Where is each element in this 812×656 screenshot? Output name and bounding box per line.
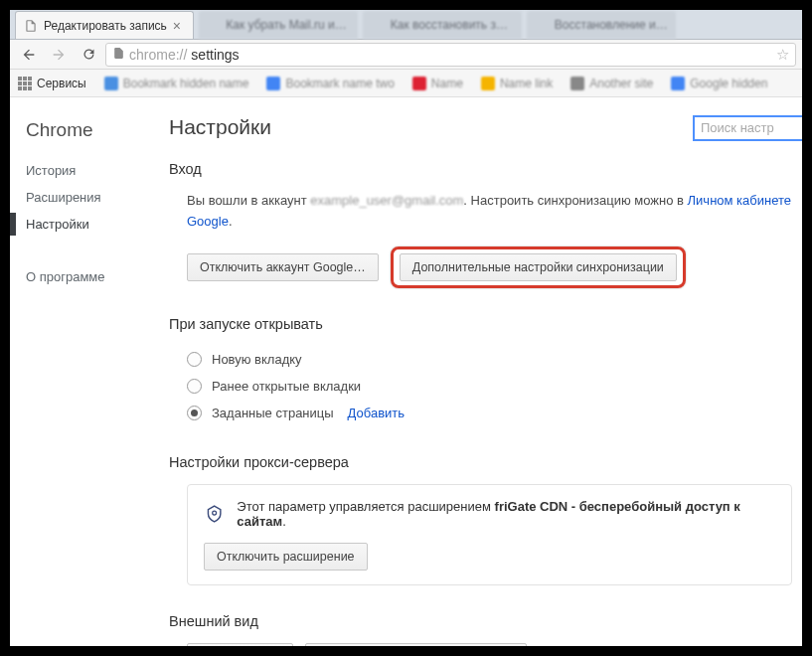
section-heading: Внешний вид [169, 613, 792, 629]
startup-option-continue[interactable]: Ранее открытые вкладки [187, 373, 792, 400]
tab-settings[interactable]: Редактировать запись × [15, 11, 194, 39]
url-path: settings [191, 47, 239, 63]
apps-icon [18, 77, 32, 90]
section-heading: Настройки прокси-сервера [169, 454, 792, 470]
tab-other[interactable]: Как убрать Mail.ru из … [199, 11, 358, 39]
radio-icon [187, 379, 202, 394]
section-login: Вход Вы вошли в аккаунт example_user@gma… [169, 161, 802, 288]
bookmarks-bar: Сервисы Bookmark hidden name Bookmark na… [10, 70, 802, 97]
bookmark-item[interactable]: Google hidden [671, 77, 767, 90]
tab-other[interactable]: Восстановление и… [527, 11, 676, 39]
bookmark-star-icon[interactable]: ☆ [776, 46, 789, 64]
sidebar-item-about[interactable]: О программе [24, 263, 159, 290]
startup-pages-add-link[interactable]: Добавить [348, 406, 405, 420]
sidebar-item-history[interactable]: История [24, 157, 159, 184]
bookmark-item[interactable]: Name link [481, 77, 553, 90]
close-icon[interactable]: × [173, 19, 185, 33]
settings-sidebar: Chrome История Расширения Настройки О пр… [10, 97, 159, 646]
section-heading: Вход [169, 161, 792, 177]
sidebar-item-extensions[interactable]: Расширения [24, 184, 159, 211]
bookmark-item[interactable]: Name [412, 77, 463, 90]
section-appearance: Внешний вид Выбрать тему Восстановить те… [169, 613, 802, 646]
disable-extension-button[interactable]: Отключить расширение [204, 543, 368, 571]
sidebar-item-settings[interactable]: Настройки [24, 211, 159, 238]
bookmark-item[interactable]: Another site [570, 77, 653, 90]
radio-icon [187, 352, 202, 367]
tab-strip: Редактировать запись × Как убрать Mail.r… [10, 10, 802, 40]
proxy-extension-box: Этот параметр управляется расширением fr… [187, 484, 792, 585]
forward-button[interactable] [46, 42, 72, 68]
startup-option-newtab[interactable]: Новую вкладку [187, 346, 792, 373]
address-bar[interactable]: chrome://settings ☆ [105, 43, 796, 67]
apps-shortcut[interactable]: Сервисы [18, 77, 86, 90]
toolbar: chrome://settings ☆ [10, 40, 802, 70]
settings-content: Настройки Поиск настр Вход Вы вошли в ак… [159, 97, 802, 646]
back-button[interactable] [16, 42, 42, 68]
bookmark-item[interactable]: Bookmark hidden name [104, 77, 249, 90]
advanced-sync-button[interactable]: Дополнительные настройки синхронизации [400, 253, 677, 281]
brand-label: Chrome [26, 119, 159, 141]
proxy-text: Этот параметр управляется расширением fr… [237, 499, 775, 529]
reload-button[interactable] [76, 42, 101, 68]
tab-other[interactable]: Как восстановить за… [363, 11, 522, 39]
section-heading: При запуске открывать [169, 316, 792, 332]
login-text: Вы вошли в аккаунт example_user@gmail.co… [187, 191, 792, 233]
tab-title: Редактировать запись [44, 19, 167, 33]
annotation-highlight: Дополнительные настройки синхронизации [391, 246, 686, 288]
apps-label: Сервисы [37, 77, 86, 90]
disconnect-google-button[interactable]: Отключить аккаунт Google… [187, 253, 379, 281]
search-input[interactable]: Поиск настр [693, 115, 802, 141]
pick-theme-button[interactable]: Выбрать тему [187, 643, 293, 646]
extension-icon [204, 503, 225, 525]
startup-option-pages[interactable]: Заданные страницы Добавить [187, 400, 792, 426]
reset-theme-button[interactable]: Восстановить тему по умолчанию [305, 643, 527, 646]
url-protocol: chrome:// [129, 47, 187, 63]
section-startup: При запуске открывать Новую вкладку Ране… [169, 316, 802, 426]
svg-point-0 [213, 511, 217, 515]
page-info-icon[interactable] [112, 47, 125, 63]
page-icon [24, 19, 38, 33]
radio-icon [187, 406, 202, 420]
section-proxy: Настройки прокси-сервера Этот параметр у… [169, 454, 802, 585]
bookmark-item[interactable]: Bookmark name two [266, 77, 394, 90]
